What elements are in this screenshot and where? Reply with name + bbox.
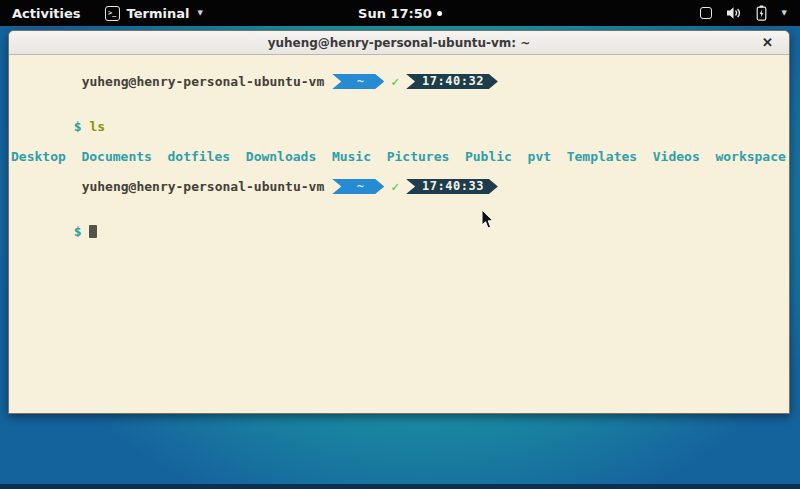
window-title: yuheng@henry-personal-ubuntu-vm: ~ xyxy=(268,36,531,50)
prompt-path-segment: ~ xyxy=(332,179,384,194)
prompt-symbol: $ xyxy=(74,119,82,134)
battery-charging-icon xyxy=(756,5,767,21)
desktop-bottom-strip xyxy=(0,484,800,489)
window-titlebar[interactable]: yuheng@henry-personal-ubuntu-vm: ~ ✕ xyxy=(9,31,789,55)
prompt-user: yuheng@henry-personal-ubuntu-vm xyxy=(74,179,325,194)
chevron-down-icon: ▼ xyxy=(782,9,787,17)
notification-dot-icon xyxy=(437,11,442,16)
clock-label: Sun 17:50 xyxy=(358,6,432,21)
app-menu-label: Terminal xyxy=(127,6,190,21)
ls-output: Desktop Documents dotfiles Downloads Mus… xyxy=(11,149,789,164)
prompt-time-segment: 17:40:32 xyxy=(406,74,498,89)
command-line: $ls xyxy=(11,104,789,149)
input-line: $ xyxy=(11,209,789,254)
prompt-line: yuheng@henry-personal-ubuntu-vm~✓17:40:3… xyxy=(11,59,789,104)
clock-button[interactable]: Sun 17:50 xyxy=(348,0,452,26)
volume-icon xyxy=(726,6,742,20)
terminal-window: yuheng@henry-personal-ubuntu-vm: ~ ✕ yuh… xyxy=(8,30,790,414)
prompt-path-segment: ~ xyxy=(332,74,384,89)
app-menu-button[interactable]: >_ Terminal ▼ xyxy=(93,0,215,26)
terminal-content[interactable]: yuheng@henry-personal-ubuntu-vm~✓17:40:3… xyxy=(9,56,789,413)
desktop: Activities >_ Terminal ▼ Sun 17:50 xyxy=(0,0,800,489)
prompt-time-segment: 17:40:33 xyxy=(406,179,498,194)
terminal-cursor xyxy=(89,225,97,238)
prompt-line: yuheng@henry-personal-ubuntu-vm~✓17:40:3… xyxy=(11,164,789,209)
prompt-symbol: $ xyxy=(74,224,82,239)
activities-button[interactable]: Activities xyxy=(0,0,93,26)
close-button[interactable]: ✕ xyxy=(754,31,781,54)
prompt-user: yuheng@henry-personal-ubuntu-vm xyxy=(74,74,325,89)
terminal-icon: >_ xyxy=(105,6,120,21)
display-icon xyxy=(700,7,712,19)
activities-label: Activities xyxy=(12,6,81,21)
check-icon: ✓ xyxy=(391,179,399,194)
system-status-area[interactable]: ▼ xyxy=(700,0,800,26)
check-icon: ✓ xyxy=(391,74,399,89)
top-bar: Activities >_ Terminal ▼ Sun 17:50 xyxy=(0,0,800,26)
chevron-down-icon: ▼ xyxy=(197,9,202,17)
command-text: ls xyxy=(89,119,105,134)
